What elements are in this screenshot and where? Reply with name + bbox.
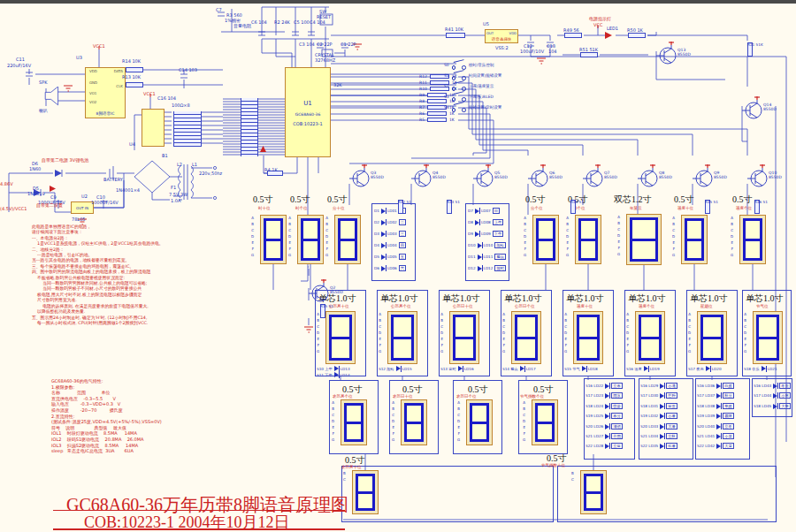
seven-segment-display	[753, 311, 783, 364]
display-pin-labels: A B C D E F G	[317, 311, 319, 354]
solar-led-row: S17 LD23 雨水	[586, 392, 623, 399]
component-label: R51 51K	[579, 47, 598, 52]
seven-segment-display	[297, 215, 324, 264]
title-underline-2	[53, 528, 345, 530]
solar-led-row: S19 LD32 小暑	[640, 413, 677, 419]
display-size-label: 单芯1.0寸	[566, 293, 604, 305]
led-designator: D2	[374, 220, 379, 224]
display-pin-labels: A B C D E F G	[626, 311, 629, 354]
annotation-label: VCC1	[143, 91, 156, 96]
u3-pin-vo2: VO2	[89, 100, 96, 105]
transistor-icon	[528, 163, 551, 192]
led-diode-icon	[605, 404, 609, 409]
solar-led-row: S16 LD22 立春	[586, 383, 623, 389]
led-designator: D8	[468, 220, 473, 224]
led-ref: LD21	[768, 367, 777, 371]
digit-glyph	[535, 403, 555, 442]
led-row: D12 LD12 报时	[468, 265, 506, 271]
resistor-ref: R7	[419, 105, 425, 110]
display-size-label: 0.5寸	[732, 194, 753, 206]
led-diode-icon	[381, 220, 386, 225]
annotation-label: (4.5V)/VCC1	[0, 206, 27, 211]
led-designator: S21 LD34	[640, 434, 658, 438]
resistor-r14	[126, 67, 143, 72]
resistor-ref: R11	[419, 80, 427, 85]
component-label: C5 100	[294, 19, 310, 25]
voice-ic-u3: VDD GND DATA CLK VO1 VO2 8脚语音IC	[85, 67, 126, 118]
led-designator: S15 节气	[564, 367, 580, 371]
led-ref: LD02	[387, 220, 397, 224]
led-designator: S17 LD23	[586, 393, 603, 398]
component-label: R50 1K	[627, 27, 643, 33]
led-diode-icon	[605, 424, 609, 429]
component-label: BATTERY	[103, 177, 123, 182]
annotation-label: 4.86V	[0, 181, 13, 186]
solar-term-label: 清明	[611, 423, 622, 429]
display-caption: 分十位	[333, 206, 345, 210]
led-row: D4 LD04 四	[374, 242, 406, 248]
digit-glyph	[630, 217, 658, 262]
component-label: C14 103	[179, 67, 197, 72]
solar-led-row: S19 LD39 霜降	[697, 413, 734, 419]
led-diode-icon	[716, 424, 721, 429]
display-size-label: 单芯1.0寸	[690, 293, 728, 305]
component-label: R13 10K	[122, 74, 141, 80]
led-designator: S16 LD43	[754, 384, 771, 388]
u3-pin-gnd: GND	[89, 80, 97, 86]
switch-label: 下调/夜光LED	[469, 95, 494, 99]
led-diode-icon	[381, 232, 386, 237]
solar-led-row: S20 LD26 清明	[586, 423, 623, 429]
annotation-label: VCC	[593, 22, 602, 27]
resistor-ref: R8	[419, 99, 425, 103]
led-designator: S22 LD35	[640, 444, 658, 448]
component-label: U2	[81, 194, 88, 199]
led-designator: D3	[374, 232, 379, 236]
led-row: D9 LD09 下午	[468, 231, 503, 237]
stack-row: R5 1K	[419, 118, 455, 122]
seven-segment-display	[580, 470, 607, 514]
led-diode-icon	[706, 366, 710, 371]
resistor-label: R46 51	[754, 200, 768, 204]
display-pin-labels: A B C D E F G	[672, 215, 675, 258]
component-label: R4 1K	[264, 167, 278, 172]
display-caption: 农历月十位	[341, 465, 362, 469]
display-pin-labels: A B C D E F G	[617, 214, 620, 257]
led-designator: S19 LD39	[697, 414, 715, 418]
driver-ic-u4	[142, 109, 165, 147]
transistor-labels: Q28550D	[330, 285, 343, 294]
led-tag: 上午	[493, 219, 503, 225]
display-size-label: 单芯1.0寸	[442, 293, 480, 305]
u4-resistor-network	[173, 111, 202, 147]
resistor-value: 1K	[449, 118, 455, 122]
switch-label: 闹铃设置/定时设置	[469, 105, 502, 110]
component-label: 100uF/10V	[520, 49, 544, 54]
resistor-r51	[580, 52, 598, 57]
led-designator: D1	[374, 209, 379, 213]
annotation-label: VCC1	[93, 43, 105, 49]
resistor-label: R15 51	[320, 304, 333, 308]
led-designator: S11 下午	[317, 373, 333, 377]
resistor-ref: R10	[419, 87, 427, 91]
solar-term-label: 大雪	[723, 443, 733, 449]
seven-segment-display	[739, 215, 766, 264]
resistor-ref: R5	[419, 118, 425, 122]
led-designator: S18 音乐	[744, 367, 760, 371]
solar-led-row: S17 LD44 小寒	[754, 392, 791, 399]
u3-pin-vdd: VDD	[89, 69, 97, 74]
led-designator: S18 LD31	[640, 404, 658, 408]
display-pin-labels: A B C D E F G	[731, 215, 733, 258]
led-diode-icon	[478, 243, 482, 248]
display-caption: 星期位	[700, 304, 713, 308]
digit-glyph	[743, 218, 762, 261]
led-designator: D11	[468, 255, 476, 259]
display-pin-labels: A B C D E F G	[440, 311, 443, 354]
display-caption: 温度十位	[677, 206, 693, 210]
display-caption: 时个位	[295, 206, 308, 210]
led-designator: S20 LD26	[586, 424, 603, 429]
led-row: S14 整点 LD17	[502, 366, 536, 371]
led-ref: LD20	[712, 367, 722, 371]
led-diode-icon	[458, 366, 463, 371]
window-top-strip	[0, 0, 796, 4]
display-pin-labels: B C	[571, 470, 574, 483]
solar-led-row: S20 LD40 立冬	[697, 423, 734, 429]
